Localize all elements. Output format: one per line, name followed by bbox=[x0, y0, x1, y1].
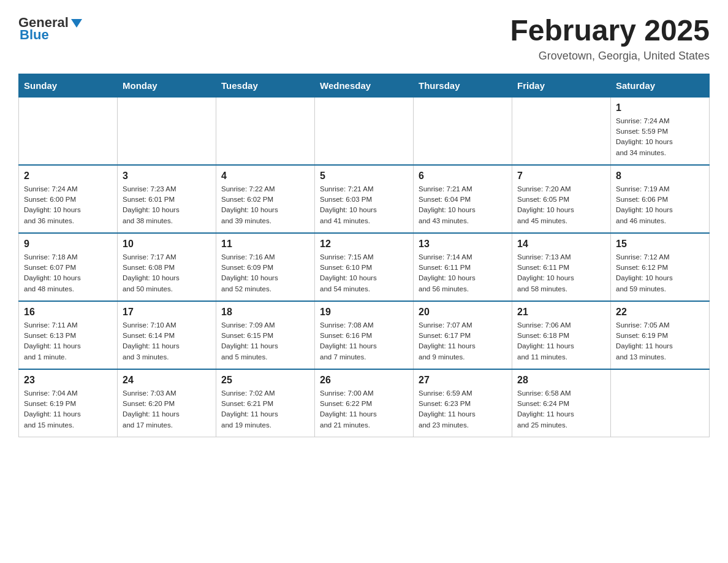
day-number: 22 bbox=[616, 307, 704, 318]
day-info: Sunrise: 7:03 AMSunset: 6:20 PMDaylight:… bbox=[123, 388, 211, 431]
calendar-cell bbox=[512, 97, 611, 165]
day-info: Sunrise: 7:00 AMSunset: 6:22 PMDaylight:… bbox=[320, 388, 408, 431]
day-number: 14 bbox=[517, 239, 605, 250]
day-info: Sunrise: 7:18 AMSunset: 6:07 PMDaylight:… bbox=[24, 252, 112, 294]
calendar-cell: 1Sunrise: 7:24 AMSunset: 5:59 PMDaylight… bbox=[611, 97, 710, 165]
calendar-cell bbox=[216, 97, 315, 165]
day-info: Sunrise: 7:11 AMSunset: 6:13 PMDaylight:… bbox=[24, 320, 112, 362]
day-info: Sunrise: 7:23 AMSunset: 6:01 PMDaylight:… bbox=[123, 184, 211, 226]
calendar-cell: 16Sunrise: 7:11 AMSunset: 6:13 PMDayligh… bbox=[19, 301, 118, 369]
calendar-cell: 26Sunrise: 7:00 AMSunset: 6:22 PMDayligh… bbox=[315, 369, 414, 437]
calendar-week-row: 2Sunrise: 7:24 AMSunset: 6:00 PMDaylight… bbox=[19, 165, 710, 233]
calendar-cell: 10Sunrise: 7:17 AMSunset: 6:08 PMDayligh… bbox=[118, 233, 216, 301]
day-number: 2 bbox=[24, 170, 112, 182]
calendar-cell: 2Sunrise: 7:24 AMSunset: 6:00 PMDaylight… bbox=[19, 165, 118, 233]
day-number: 8 bbox=[616, 170, 704, 182]
day-number: 25 bbox=[221, 375, 309, 386]
day-info: Sunrise: 7:07 AMSunset: 6:17 PMDaylight:… bbox=[419, 320, 507, 362]
svg-marker-0 bbox=[71, 19, 82, 28]
calendar-cell bbox=[118, 97, 216, 165]
day-number: 23 bbox=[24, 375, 112, 386]
day-info: Sunrise: 7:15 AMSunset: 6:10 PMDaylight:… bbox=[320, 252, 408, 294]
day-header-thursday: Thursday bbox=[414, 74, 512, 97]
month-title: February 2025 bbox=[510, 15, 710, 47]
day-number: 1 bbox=[616, 102, 704, 113]
calendar-cell: 27Sunrise: 6:59 AMSunset: 6:23 PMDayligh… bbox=[414, 369, 512, 437]
day-info: Sunrise: 7:16 AMSunset: 6:09 PMDaylight:… bbox=[221, 252, 309, 294]
calendar-cell: 15Sunrise: 7:12 AMSunset: 6:12 PMDayligh… bbox=[611, 233, 710, 301]
day-number: 9 bbox=[24, 239, 112, 250]
day-info: Sunrise: 7:20 AMSunset: 6:05 PMDaylight:… bbox=[517, 184, 605, 226]
day-info: Sunrise: 7:19 AMSunset: 6:06 PMDaylight:… bbox=[616, 184, 704, 226]
day-info: Sunrise: 7:06 AMSunset: 6:18 PMDaylight:… bbox=[517, 320, 605, 362]
day-number: 10 bbox=[123, 239, 211, 250]
day-info: Sunrise: 7:12 AMSunset: 6:12 PMDaylight:… bbox=[616, 252, 704, 294]
calendar-table: SundayMondayTuesdayWednesdayThursdayFrid… bbox=[18, 74, 710, 437]
day-number: 7 bbox=[517, 170, 605, 182]
day-number: 19 bbox=[320, 307, 408, 318]
day-header-friday: Friday bbox=[512, 74, 611, 97]
logo-blue-text: Blue bbox=[20, 27, 49, 43]
day-info: Sunrise: 7:21 AMSunset: 6:04 PMDaylight:… bbox=[419, 184, 507, 226]
day-number: 6 bbox=[419, 170, 507, 182]
calendar-cell: 21Sunrise: 7:06 AMSunset: 6:18 PMDayligh… bbox=[512, 301, 611, 369]
day-header-wednesday: Wednesday bbox=[315, 74, 414, 97]
day-number: 20 bbox=[419, 307, 507, 318]
calendar-week-row: 16Sunrise: 7:11 AMSunset: 6:13 PMDayligh… bbox=[19, 301, 710, 369]
calendar-cell: 18Sunrise: 7:09 AMSunset: 6:15 PMDayligh… bbox=[216, 301, 315, 369]
day-number: 3 bbox=[123, 170, 211, 182]
calendar-cell: 22Sunrise: 7:05 AMSunset: 6:19 PMDayligh… bbox=[611, 301, 710, 369]
calendar-cell bbox=[414, 97, 512, 165]
day-header-saturday: Saturday bbox=[611, 74, 710, 97]
calendar-cell: 3Sunrise: 7:23 AMSunset: 6:01 PMDaylight… bbox=[118, 165, 216, 233]
day-number: 28 bbox=[517, 375, 605, 386]
calendar-cell bbox=[315, 97, 414, 165]
day-info: Sunrise: 6:58 AMSunset: 6:24 PMDaylight:… bbox=[517, 388, 605, 431]
day-number: 12 bbox=[320, 239, 408, 250]
day-header-monday: Monday bbox=[118, 74, 216, 97]
calendar-cell: 5Sunrise: 7:21 AMSunset: 6:03 PMDaylight… bbox=[315, 165, 414, 233]
day-number: 4 bbox=[221, 170, 309, 182]
calendar-cell: 11Sunrise: 7:16 AMSunset: 6:09 PMDayligh… bbox=[216, 233, 315, 301]
calendar-cell: 14Sunrise: 7:13 AMSunset: 6:11 PMDayligh… bbox=[512, 233, 611, 301]
day-number: 21 bbox=[517, 307, 605, 318]
calendar-cell: 25Sunrise: 7:02 AMSunset: 6:21 PMDayligh… bbox=[216, 369, 315, 437]
calendar-week-row: 9Sunrise: 7:18 AMSunset: 6:07 PMDaylight… bbox=[19, 233, 710, 301]
calendar-week-row: 23Sunrise: 7:04 AMSunset: 6:19 PMDayligh… bbox=[19, 369, 710, 437]
calendar-cell: 4Sunrise: 7:22 AMSunset: 6:02 PMDaylight… bbox=[216, 165, 315, 233]
day-number: 27 bbox=[419, 375, 507, 386]
day-info: Sunrise: 7:09 AMSunset: 6:15 PMDaylight:… bbox=[221, 320, 309, 362]
day-number: 24 bbox=[123, 375, 211, 386]
calendar-cell: 20Sunrise: 7:07 AMSunset: 6:17 PMDayligh… bbox=[414, 301, 512, 369]
day-info: Sunrise: 7:24 AMSunset: 5:59 PMDaylight:… bbox=[616, 116, 704, 158]
calendar-cell bbox=[19, 97, 118, 165]
calendar-cell bbox=[611, 369, 710, 437]
day-header-sunday: Sunday bbox=[19, 74, 118, 97]
calendar-cell: 7Sunrise: 7:20 AMSunset: 6:05 PMDaylight… bbox=[512, 165, 611, 233]
day-info: Sunrise: 7:14 AMSunset: 6:11 PMDaylight:… bbox=[419, 252, 507, 294]
logo-arrow-icon bbox=[70, 17, 83, 30]
location-subtitle: Grovetown, Georgia, United States bbox=[510, 50, 710, 63]
day-info: Sunrise: 7:05 AMSunset: 6:19 PMDaylight:… bbox=[616, 320, 704, 362]
calendar-cell: 9Sunrise: 7:18 AMSunset: 6:07 PMDaylight… bbox=[19, 233, 118, 301]
day-info: Sunrise: 7:22 AMSunset: 6:02 PMDaylight:… bbox=[221, 184, 309, 226]
calendar-cell: 13Sunrise: 7:14 AMSunset: 6:11 PMDayligh… bbox=[414, 233, 512, 301]
day-info: Sunrise: 7:17 AMSunset: 6:08 PMDaylight:… bbox=[123, 252, 211, 294]
calendar-cell: 17Sunrise: 7:10 AMSunset: 6:14 PMDayligh… bbox=[118, 301, 216, 369]
day-number: 16 bbox=[24, 307, 112, 318]
day-info: Sunrise: 6:59 AMSunset: 6:23 PMDaylight:… bbox=[419, 388, 507, 431]
day-info: Sunrise: 7:21 AMSunset: 6:03 PMDaylight:… bbox=[320, 184, 408, 226]
day-info: Sunrise: 7:04 AMSunset: 6:19 PMDaylight:… bbox=[24, 388, 112, 431]
calendar-cell: 23Sunrise: 7:04 AMSunset: 6:19 PMDayligh… bbox=[19, 369, 118, 437]
title-block: February 2025 Grovetown, Georgia, United… bbox=[510, 15, 710, 63]
calendar-week-row: 1Sunrise: 7:24 AMSunset: 5:59 PMDaylight… bbox=[19, 97, 710, 165]
calendar-cell: 6Sunrise: 7:21 AMSunset: 6:04 PMDaylight… bbox=[414, 165, 512, 233]
calendar-header-row: SundayMondayTuesdayWednesdayThursdayFrid… bbox=[19, 74, 710, 97]
day-number: 15 bbox=[616, 239, 704, 250]
day-header-tuesday: Tuesday bbox=[216, 74, 315, 97]
calendar-cell: 28Sunrise: 6:58 AMSunset: 6:24 PMDayligh… bbox=[512, 369, 611, 437]
page-header: General Blue February 2025 Grovetown, Ge… bbox=[18, 15, 710, 63]
calendar-cell: 24Sunrise: 7:03 AMSunset: 6:20 PMDayligh… bbox=[118, 369, 216, 437]
day-info: Sunrise: 7:24 AMSunset: 6:00 PMDaylight:… bbox=[24, 184, 112, 226]
day-info: Sunrise: 7:08 AMSunset: 6:16 PMDaylight:… bbox=[320, 320, 408, 362]
